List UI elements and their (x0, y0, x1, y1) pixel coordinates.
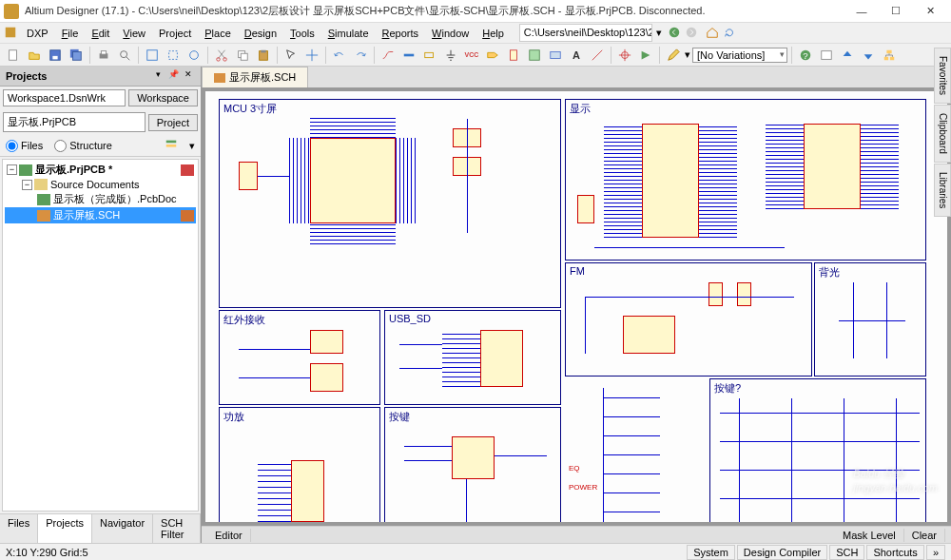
cross-probe-icon[interactable] (615, 46, 634, 65)
status-system[interactable]: System (687, 545, 735, 560)
expand-icon[interactable]: − (7, 164, 17, 175)
wire-icon[interactable] (378, 46, 398, 65)
select-icon[interactable] (281, 46, 301, 65)
cut-icon[interactable] (212, 46, 231, 65)
tree-pcb-doc[interactable]: 显示板（完成版）.PcbDoc (5, 191, 196, 207)
status-design-compiler[interactable]: Design Compiler (737, 545, 827, 560)
undo-icon[interactable] (330, 46, 349, 65)
menu-project[interactable]: Project (153, 26, 197, 41)
paste-icon[interactable] (254, 46, 273, 65)
clear-button[interactable]: Clear (904, 529, 945, 542)
copy-icon[interactable] (233, 46, 252, 65)
menu-tools[interactable]: Tools (284, 26, 320, 41)
down-icon[interactable] (859, 46, 878, 65)
tab-navigator[interactable]: Navigator (92, 514, 153, 543)
svg-rect-35 (166, 141, 177, 144)
menu-view[interactable]: View (117, 26, 151, 41)
hierarchy-icon[interactable] (880, 46, 899, 65)
sheet-icon[interactable] (525, 46, 544, 65)
wire (603, 435, 660, 436)
redo-icon[interactable] (351, 46, 370, 65)
home-icon[interactable] (706, 26, 721, 41)
status-extra-icon[interactable]: » (926, 545, 945, 560)
tree-options-icon[interactable] (165, 138, 178, 153)
menu-design[interactable]: Design (239, 26, 282, 41)
menu-file[interactable]: File (56, 26, 85, 41)
mask-level-button[interactable]: Mask Level (835, 529, 904, 542)
wire (585, 297, 794, 298)
workspace-combo[interactable]: Workspace1.DsnWrk (3, 89, 126, 106)
side-tab-favorites[interactable]: Favorites (934, 67, 951, 104)
minimize-button[interactable]: — (844, 0, 879, 23)
new-icon[interactable] (4, 46, 23, 65)
net-icon[interactable] (420, 46, 439, 65)
variations-combo[interactable]: [No Variations] (692, 48, 787, 63)
project-tree[interactable]: − 显示板.PrjPCB * − Source Documents 显示板（完成… (2, 159, 199, 512)
zoom-select-icon[interactable] (184, 46, 204, 65)
wire (399, 344, 442, 345)
tree-sch-doc[interactable]: 显示屏板.SCH (5, 207, 196, 223)
path-combo[interactable]: C:\Users\neil\Desktop\123\2层... (519, 24, 652, 42)
schematic-canvas[interactable]: MCU 3寸屏 显示 (205, 91, 947, 522)
port-icon[interactable] (483, 46, 502, 65)
vcc-icon[interactable]: VCC (462, 46, 481, 65)
up-icon[interactable] (838, 46, 857, 65)
structure-radio[interactable]: Structure (54, 140, 112, 152)
project-field[interactable]: 显示板.PrjPCB (3, 112, 146, 132)
print-icon[interactable] (94, 46, 113, 65)
project-button[interactable]: Project (148, 114, 198, 131)
help-icon[interactable]: ? (796, 46, 815, 65)
svg-line-11 (126, 56, 130, 60)
zoom-fit-icon[interactable] (143, 46, 162, 65)
menu-window[interactable]: Window (426, 26, 475, 41)
tree-project-root[interactable]: − 显示板.PrjPCB * (5, 162, 196, 178)
panel-menu-icon[interactable]: ▾ (151, 69, 165, 83)
open-icon[interactable] (25, 46, 44, 65)
tree-source-folder[interactable]: − Source Documents (5, 178, 196, 191)
refresh-icon[interactable] (723, 26, 738, 41)
expand-icon[interactable]: − (22, 180, 32, 190)
side-tab-clipboard[interactable]: Clipboard (934, 105, 951, 163)
menu-reports[interactable]: Reports (377, 26, 425, 41)
editor-tab-sch[interactable]: 显示屏板.SCH (202, 67, 308, 87)
wire (594, 247, 785, 248)
status-shortcuts[interactable]: Shortcuts (866, 545, 923, 560)
svg-text:?: ? (803, 49, 807, 60)
nav-fwd-icon[interactable] (685, 26, 700, 41)
tab-projects[interactable]: Projects (38, 514, 92, 543)
canvas-wrap: MCU 3寸屏 显示 (202, 87, 951, 526)
workspace-button[interactable]: Workspace (128, 89, 198, 106)
tab-files[interactable]: Files (0, 514, 38, 543)
tab-sch-filter[interactable]: SCH Filter (153, 514, 201, 543)
panel-close-icon[interactable]: ✕ (182, 69, 195, 83)
menu-dxp[interactable]: DXP (21, 26, 54, 41)
nav-back-icon[interactable] (668, 26, 683, 41)
menu-simulate[interactable]: Simulate (322, 26, 375, 41)
saveall-icon[interactable] (67, 46, 86, 65)
pins (699, 124, 737, 238)
status-sch[interactable]: SCH (829, 545, 864, 560)
files-radio[interactable]: Files (6, 140, 43, 152)
side-tab-libraries[interactable]: Libraries (934, 164, 951, 217)
part-icon[interactable] (504, 46, 523, 65)
move-icon[interactable] (302, 46, 321, 65)
close-button[interactable]: ✕ (913, 0, 947, 23)
line-icon[interactable] (588, 46, 607, 65)
browse-icon[interactable] (817, 46, 836, 65)
pencil-icon[interactable] (664, 46, 683, 65)
text-icon[interactable]: A (567, 46, 586, 65)
panel-pin-icon[interactable]: 📌 (166, 69, 180, 83)
menu-help[interactable]: Help (476, 26, 510, 41)
harness-icon[interactable] (546, 46, 565, 65)
editor-footer-tab[interactable]: Editor (207, 529, 251, 542)
zoom-area-icon[interactable] (164, 46, 183, 65)
save-icon[interactable] (46, 46, 65, 65)
gnd-icon[interactable] (441, 46, 460, 65)
menu-place[interactable]: Place (199, 26, 237, 41)
wire (720, 470, 920, 471)
menu-edit[interactable]: Edit (86, 26, 115, 41)
maximize-button[interactable]: ☐ (879, 0, 913, 23)
compile-icon[interactable] (636, 46, 655, 65)
preview-icon[interactable] (115, 46, 134, 65)
bus-icon[interactable] (399, 46, 418, 65)
